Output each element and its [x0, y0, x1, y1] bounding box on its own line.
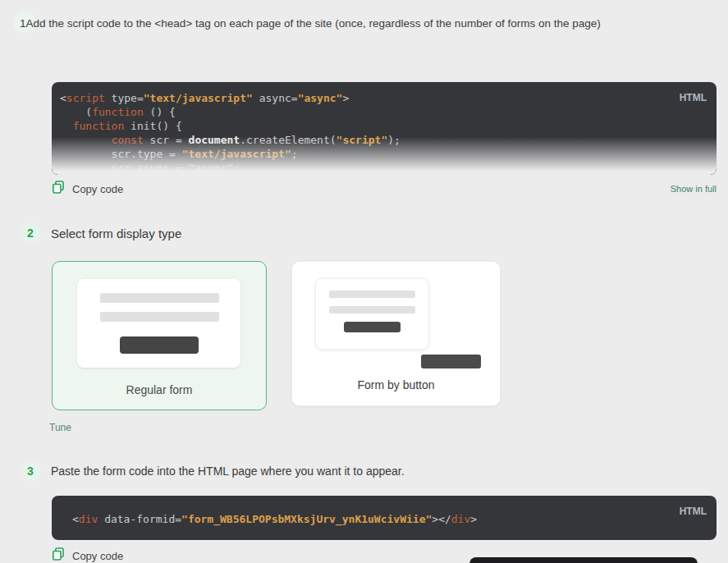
button-form-preview — [315, 278, 429, 350]
preview-text-line — [329, 291, 415, 298]
preview-submit-button — [120, 336, 199, 354]
step-2-title: Select form display type — [51, 227, 181, 240]
show-in-full-link[interactable]: Show in full — [671, 184, 717, 194]
display-type-card-form-by-button[interactable]: Form by button — [291, 261, 501, 406]
step-1-header: 1Add the script code to the <head> tag o… — [14, 10, 601, 30]
step-2-number-badge: 2 — [21, 223, 40, 243]
copy-icon — [52, 181, 65, 197]
preview-trigger-button — [421, 355, 481, 368]
step-3-header: 3 Paste the form code into the HTML page… — [21, 461, 405, 481]
step-1-number: 1 — [20, 17, 26, 30]
copy-code-button[interactable]: Copy code — [52, 181, 123, 197]
preview-text-line — [100, 293, 219, 303]
code-block-1-actions: Copy code Show in full — [52, 181, 717, 197]
display-type-card-regular-form[interactable]: Regular form — [52, 261, 267, 410]
step-1-title: Add the script code to the <head> tag on… — [26, 17, 601, 30]
regular-form-card-label: Regular form — [53, 383, 266, 396]
step-3-number-badge: 3 — [21, 461, 40, 481]
bottom-panel-edge — [469, 557, 698, 563]
copy-code-button[interactable]: Copy code — [52, 547, 123, 563]
step-1-title-row: 1Add the script code to the <head> tag o… — [14, 10, 601, 30]
copy-code-label: Copy code — [72, 183, 123, 195]
form-by-button-card-label: Form by button — [292, 378, 500, 391]
code-fade-overlay — [52, 137, 717, 175]
embed-form-instructions-page: 1Add the script code to the <head> tag o… — [0, 0, 728, 563]
preview-text-line — [329, 306, 415, 314]
preview-text-line — [100, 312, 219, 322]
copy-code-label: Copy code — [72, 550, 123, 562]
head-script-code-block: HTML <script type="text/javascript" asyn… — [52, 82, 717, 175]
form-embed-code-block: HTML <div data-formid="form_WB56LPOPsbMX… — [52, 496, 717, 540]
preview-submit-button — [344, 322, 401, 332]
form-embed-code: <div data-formid="form_WB56LPOPsbMXksjUr… — [72, 512, 708, 526]
tune-link[interactable]: Tune — [49, 422, 71, 433]
copy-icon — [52, 547, 65, 563]
regular-form-preview — [77, 279, 240, 368]
code-block-2-actions: Copy code — [52, 547, 123, 563]
code-language-badge: HTML — [680, 91, 707, 105]
step-2-header: 2 Select form display type — [21, 223, 181, 243]
code-language-badge: HTML — [680, 505, 707, 519]
step-3-title: Paste the form code into the HTML page w… — [51, 465, 405, 478]
